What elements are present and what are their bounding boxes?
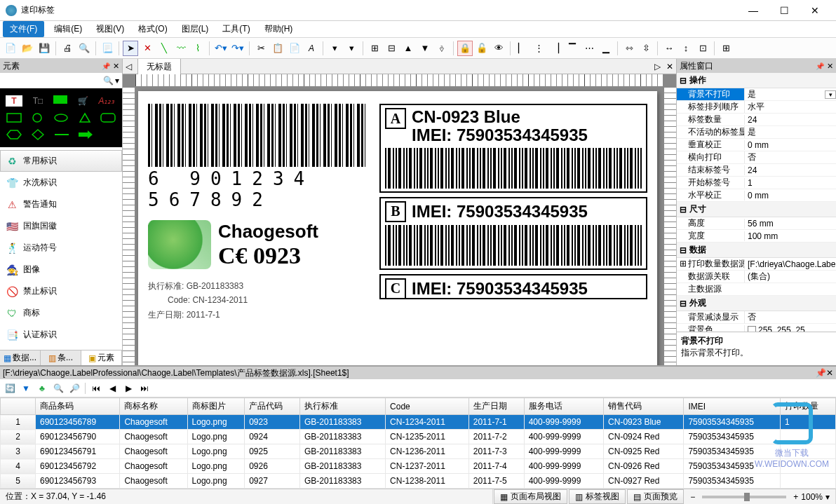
main-barcode[interactable] xyxy=(148,104,365,167)
rect-outline-icon[interactable] xyxy=(6,112,22,123)
col-header[interactable]: IMEI xyxy=(684,398,781,415)
col-header[interactable]: Code xyxy=(386,398,469,415)
zoom-controls[interactable]: − + 100% ▾ xyxy=(685,489,836,504)
prop-row[interactable]: ⊞打印数量数据源[F:\drieya\Chaoge.Label... xyxy=(677,258,836,271)
close-icon[interactable]: ✕ xyxy=(113,62,119,71)
category-8[interactable]: 📑认证标识 xyxy=(0,324,122,346)
zoom-out-icon[interactable]: − xyxy=(690,492,695,502)
col-header[interactable]: 商标图片 xyxy=(187,398,245,415)
filter-icon[interactable]: ▼ xyxy=(19,381,33,395)
category-0[interactable]: ♻常用标识 xyxy=(0,150,122,172)
bring-front-button[interactable]: ▲ xyxy=(400,41,416,56)
find-icon[interactable]: 🔍 xyxy=(51,381,65,395)
prop-row[interactable]: 标签排列顺序水平 xyxy=(677,101,836,114)
ellipse-icon[interactable] xyxy=(53,112,69,123)
copy-button[interactable]: 📋 xyxy=(270,41,285,56)
redo-button[interactable]: ↷▾ xyxy=(230,41,245,56)
prop-row[interactable]: 开始标签号1 xyxy=(677,177,836,189)
circle-icon[interactable] xyxy=(29,112,46,123)
view-preview[interactable]: ▤ 页面预览 xyxy=(627,489,684,504)
prop-section[interactable]: ⊟ 外观 xyxy=(677,296,836,311)
polyline-tool[interactable]: ⌇ xyxy=(190,41,205,56)
unlock-button[interactable]: 🔓 xyxy=(474,41,490,56)
tree-icon[interactable]: ♣ xyxy=(35,381,49,395)
pin-icon[interactable]: 📌 xyxy=(102,62,110,70)
menu-tools[interactable]: 工具(T) xyxy=(215,21,257,37)
cut-button[interactable]: ✂ xyxy=(253,41,269,56)
prev-icon[interactable]: ◀ xyxy=(105,381,119,395)
tab-data[interactable]: ▦数据... xyxy=(0,350,41,365)
fill-button[interactable]: ▾ xyxy=(327,41,342,56)
prev-tab-icon[interactable]: ◁ xyxy=(123,62,135,71)
align-left-button[interactable]: ▏ xyxy=(514,41,530,56)
category-4[interactable]: 🕺运动符号 xyxy=(0,237,122,259)
spec-block[interactable]: 执行标准: GB-201183383 Code: CN-1234-2011 生产… xyxy=(148,279,365,322)
roundrect-icon[interactable] xyxy=(100,112,116,123)
close-icon[interactable]: ✕ xyxy=(827,62,833,71)
col-header[interactable] xyxy=(1,398,36,415)
distribute-h-button[interactable]: ⇿ xyxy=(621,41,637,56)
category-7[interactable]: 🛡商标 xyxy=(0,302,122,324)
paste-button[interactable]: 📄 xyxy=(287,41,302,56)
col-header[interactable]: 商品条码 xyxy=(36,398,120,415)
panel-menu-icon[interactable]: ▾ xyxy=(115,76,119,86)
prop-section[interactable]: ⊟ 尺寸 xyxy=(677,202,836,217)
category-6[interactable]: 🚫禁止标识 xyxy=(0,280,122,302)
lock-button[interactable]: 🔒 xyxy=(457,41,473,56)
refresh-icon[interactable]: 🔄 xyxy=(3,381,17,395)
category-3[interactable]: 🇺🇸国旗国徽 xyxy=(0,215,122,237)
diamond-icon[interactable] xyxy=(29,129,46,140)
prop-row[interactable]: 高度56 mm xyxy=(677,217,836,230)
prop-row[interactable]: 宽度100 mm xyxy=(677,230,836,243)
pin-icon[interactable]: 📌 xyxy=(816,62,824,70)
view-page-layout[interactable]: ▦ 页面布局视图 xyxy=(494,489,567,504)
table-row[interactable]: 4690123456792ChaogesoftLogo.png0926GB-20… xyxy=(1,459,836,474)
textbox-tool-icon[interactable]: T□ xyxy=(29,95,46,107)
table-row[interactable]: 1690123456789ChaogesoftLogo.png0923GB-20… xyxy=(1,415,836,430)
prop-row[interactable]: 标签数量24 xyxy=(677,114,836,126)
undo-button[interactable]: ↶▾ xyxy=(213,41,229,56)
same-size-button[interactable]: ⊡ xyxy=(695,41,710,56)
menu-format[interactable]: 格式(O) xyxy=(131,21,174,37)
curve-tool[interactable]: 〰 xyxy=(173,41,189,56)
menu-layer[interactable]: 图层(L) xyxy=(175,21,216,37)
open-button[interactable]: 📂 xyxy=(20,41,35,56)
page-setup-button[interactable]: 📃 xyxy=(100,41,115,56)
preview-button[interactable]: 🔍 xyxy=(76,41,92,56)
slot-a[interactable]: A CN-0923 Blue IMEI: 75903534345935 xyxy=(379,104,647,193)
maximize-button[interactable]: ☐ xyxy=(769,0,800,21)
panel-search-icon[interactable]: 🔍 xyxy=(103,76,114,86)
last-icon[interactable]: ⏭ xyxy=(137,381,151,395)
minimize-button[interactable]: — xyxy=(738,0,769,21)
align-middle-button[interactable]: ⋯ xyxy=(581,41,597,56)
text-tool[interactable]: A xyxy=(304,41,319,56)
col-header[interactable]: 执行标准 xyxy=(300,398,386,415)
property-grid[interactable]: ⊟ 操作背景不打印是▾标签排列顺序水平标签数量24不活动的标签显示是垂直校正0 … xyxy=(677,73,836,332)
canvas[interactable]: 6 901234 567892 Chaogesoft C€ 0923 执行标准:… xyxy=(135,87,663,365)
prop-row[interactable]: 背景色255, 255, 25 xyxy=(677,324,836,332)
data-grid[interactable]: 商品条码商标名称商标图片产品代码执行标准Code生产日期服务电话销售代码IMEI… xyxy=(0,397,836,489)
col-header[interactable]: 服务电话 xyxy=(524,398,603,415)
col-header[interactable]: 产品代码 xyxy=(245,398,300,415)
category-5[interactable]: 🧙图像 xyxy=(0,259,122,280)
menu-help[interactable]: 帮助(H) xyxy=(257,21,300,37)
first-icon[interactable]: ⏮ xyxy=(89,381,103,395)
tab-elements[interactable]: ▣元素 xyxy=(81,350,122,365)
col-header[interactable]: 生产日期 xyxy=(468,398,524,415)
line-tool-icon[interactable] xyxy=(53,129,70,140)
group-button[interactable]: ⊞ xyxy=(367,41,382,56)
barcode-tool-icon[interactable]: 🛒 xyxy=(74,95,91,107)
copy-format-button[interactable]: ⎀ xyxy=(434,41,450,56)
scrollbar-vertical[interactable] xyxy=(663,87,676,365)
slot-b[interactable]: B IMEI: 75903534345935 xyxy=(379,197,647,270)
prop-row[interactable]: 数据源关联(集合) xyxy=(677,271,836,283)
table-row[interactable]: 2690123456790ChaogesoftLogo.png0924GB-20… xyxy=(1,430,836,444)
label-page[interactable]: 6 901234 567892 Chaogesoft C€ 0923 执行标准:… xyxy=(138,91,657,365)
prop-row[interactable]: 背景不打印是▾ xyxy=(677,88,836,101)
visible-button[interactable]: 👁 xyxy=(491,41,506,56)
category-2[interactable]: ⚠警告通知 xyxy=(0,193,122,215)
number-tool-icon[interactable]: A₁₂₃ xyxy=(98,95,115,107)
barcode-number[interactable]: 6 901234 567892 xyxy=(148,168,365,210)
col-header[interactable]: 销售代码 xyxy=(604,398,684,415)
table-row[interactable]: 3690123456791ChaogesoftLogo.png0925GB-20… xyxy=(1,444,836,459)
